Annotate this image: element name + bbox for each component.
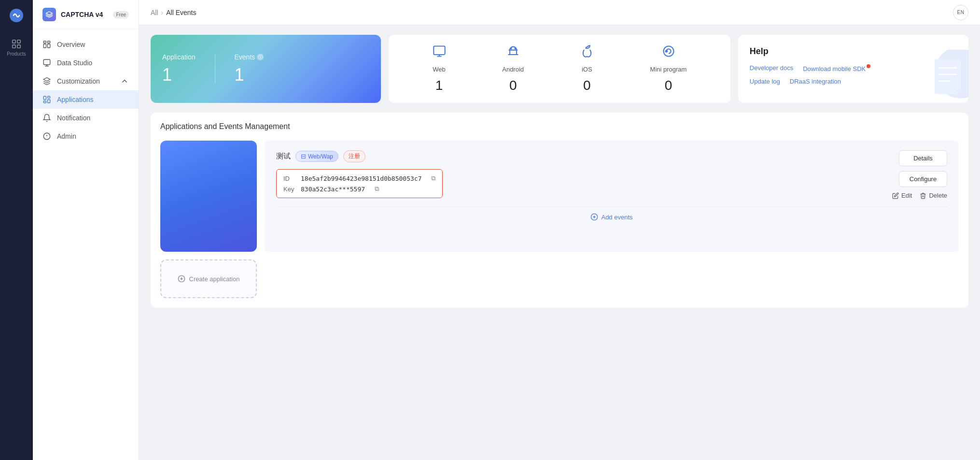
create-application-button[interactable]: Create application [160, 259, 257, 298]
stats-platforms-card: Web 1 Android 0 [389, 35, 730, 103]
delete-label: Delete [929, 192, 947, 199]
stats-row: Application 1 Events ⓘ 1 [151, 35, 968, 103]
stats-app-label: Application [162, 53, 196, 61]
sidebar-item-admin-label: Admin [57, 132, 76, 140]
id-key-box: ID 18e5af2b9946423e98151d0b850053c7 ⧉ Ke… [276, 169, 443, 198]
sidebar-item-applications-label: Applications [57, 96, 94, 103]
delete-icon [920, 192, 926, 199]
sidebar-item-notification[interactable]: Notification [33, 109, 139, 127]
app-tag-label: Web/Wap [308, 153, 333, 160]
app-logo[interactable] [7, 6, 26, 25]
breadcrumb-current: All Events [166, 9, 196, 16]
web-platform-icon [433, 44, 446, 61]
stats-platform-android: Android 0 [502, 44, 524, 93]
stats-platform-web: Web 1 [433, 44, 446, 93]
delete-button[interactable]: Delete [920, 192, 947, 199]
id-label: ID [283, 175, 295, 182]
svg-rect-4 [17, 45, 20, 48]
breadcrumb-root[interactable]: All [151, 9, 158, 16]
sidebar-item-customization[interactable]: Customization [33, 72, 139, 90]
svg-rect-1 [13, 40, 15, 43]
management-title: Applications and Events Management [160, 122, 959, 131]
help-decoration [891, 50, 968, 103]
key-copy-button[interactable]: ⧉ [375, 185, 379, 193]
add-events-row[interactable]: Add events [276, 207, 947, 227]
app-type-tag: ⊟ Web/Wap [295, 151, 338, 162]
android-platform-count: 0 [509, 78, 517, 93]
stats-platform-ios: iOS 0 [580, 44, 594, 93]
svg-rect-15 [434, 46, 445, 55]
sdk-new-dot [867, 64, 870, 68]
draas-integration-link[interactable]: DRaaS integration [790, 78, 841, 85]
chevron-up-icon [120, 77, 129, 86]
web-platform-label: Web [433, 66, 446, 73]
sidebar-item-overview[interactable]: Overview [33, 35, 139, 54]
app-detail-top: 测试 ⊟ Web/Wap 注册 [276, 150, 892, 162]
products-nav[interactable]: Products [5, 35, 28, 60]
ios-platform-count: 0 [583, 78, 591, 93]
stats-events-count: 1 [235, 65, 264, 85]
edit-delete-row: Edit Delete [892, 192, 947, 199]
icon-bar: Products [0, 0, 33, 460]
edit-icon [892, 192, 899, 199]
sidebar-item-data-studio[interactable]: Data Studio [33, 54, 139, 72]
edit-button[interactable]: Edit [892, 192, 912, 199]
web-tag-icon: ⊟ [301, 153, 306, 160]
ios-platform-icon [580, 44, 594, 61]
add-events-icon [590, 213, 598, 221]
topbar: All › All Events EN [139, 0, 980, 25]
mini-program-platform-icon [662, 44, 675, 61]
breadcrumb-separator: › [161, 9, 164, 16]
ios-platform-label: iOS [582, 66, 592, 73]
sidebar-item-overview-label: Overview [57, 41, 85, 48]
app-card-visual[interactable] [160, 141, 257, 252]
sidebar-logo [42, 8, 56, 21]
svg-rect-6 [48, 41, 50, 43]
svg-point-19 [665, 50, 667, 52]
add-events-label: Add events [601, 214, 632, 221]
android-platform-label: Android [502, 66, 524, 73]
stats-events-label: Events ⓘ [235, 53, 264, 61]
android-platform-icon [506, 44, 520, 61]
stats-platform-mini-program: Mini program 0 [650, 44, 687, 93]
stats-app-section: Application 1 [162, 53, 196, 85]
stats-card: Application 1 Events ⓘ 1 [151, 35, 381, 103]
language-button[interactable]: EN [953, 5, 968, 20]
details-button[interactable]: Details [899, 150, 947, 166]
apps-row: 测试 ⊟ Web/Wap 注册 ID [160, 141, 959, 252]
svg-rect-7 [43, 44, 46, 48]
stats-app-count: 1 [162, 65, 196, 85]
svg-rect-2 [17, 40, 20, 43]
id-row: ID 18e5af2b9946423e98151d0b850053c7 ⧉ [283, 174, 435, 182]
svg-rect-8 [48, 44, 50, 48]
svg-rect-9 [43, 59, 50, 65]
products-label: Products [7, 51, 26, 57]
download-mobile-sdk-link[interactable]: Download mobile SDK [803, 65, 866, 72]
key-value: 830a52c3ac***5597 [301, 186, 365, 193]
id-copy-button[interactable]: ⧉ [431, 174, 435, 182]
key-label: Key [283, 186, 295, 193]
sidebar-item-notification-label: Notification [57, 114, 90, 122]
sidebar-item-admin[interactable]: Admin [33, 127, 139, 145]
svg-rect-10 [43, 96, 46, 100]
sidebar-item-customization-label: Customization [57, 77, 100, 85]
key-row: Key 830a52c3ac***5597 ⧉ [283, 185, 435, 193]
help-card: Help Developer docs Download mobile SDK … [738, 35, 968, 103]
sidebar-item-applications[interactable]: Applications [33, 90, 139, 109]
create-application-label: Create application [189, 275, 240, 283]
configure-button[interactable]: Configure [899, 171, 947, 187]
sidebar-header: CAPTCHA v4 Free [33, 0, 139, 29]
free-badge: Free [113, 11, 129, 18]
app-name: 测试 [276, 152, 291, 161]
sidebar: CAPTCHA v4 Free Overview Data Studio [33, 0, 139, 460]
update-log-link[interactable]: Update log [750, 78, 780, 85]
events-info-icon: ⓘ [257, 54, 264, 60]
app-actions: Details Configure Edit [892, 150, 947, 199]
main-content: All › All Events EN Application 1 [139, 0, 980, 460]
content-area: Application 1 Events ⓘ 1 [139, 25, 980, 460]
mini-program-platform-label: Mini program [650, 66, 687, 73]
breadcrumb: All › All Events [151, 9, 196, 16]
developer-docs-link[interactable]: Developer docs [750, 64, 793, 73]
edit-label: Edit [901, 192, 912, 199]
sidebar-title: CAPTCHA v4 [61, 11, 103, 18]
